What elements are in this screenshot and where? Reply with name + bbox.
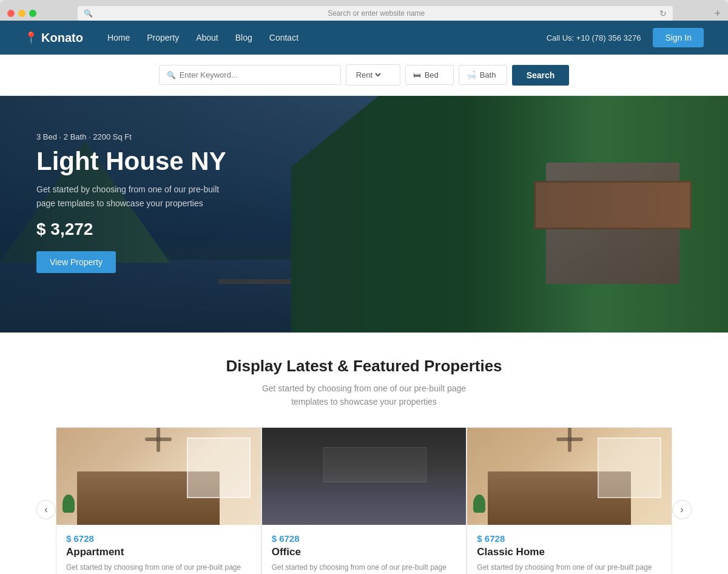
browser-window: 🔍 Search or enter website name ↻ + 📍 Kon… bbox=[0, 0, 728, 574]
bed-label: Bed bbox=[425, 70, 439, 79]
property-card-appartment: $ 6728 Appartment Get started by choosin… bbox=[56, 427, 261, 574]
brand-icon: 📍 bbox=[24, 31, 38, 44]
office-price: $ 6728 bbox=[272, 533, 457, 544]
cards-wrapper: $ 6728 Appartment Get started by choosin… bbox=[56, 427, 672, 574]
classic-price: $ 6728 bbox=[477, 533, 662, 544]
add-tab-button[interactable]: + bbox=[714, 7, 721, 20]
reload-icon[interactable]: ↻ bbox=[659, 8, 667, 18]
next-arrow[interactable]: › bbox=[672, 500, 692, 519]
appartment-desc: Get started by choosing from one of our … bbox=[66, 562, 251, 574]
search-icon: 🔍 bbox=[84, 9, 93, 18]
search-bar: 🔍 Rent Buy Sell 🛏 Bed 🛁 Bath Search bbox=[0, 55, 728, 96]
nav-contact[interactable]: Contact bbox=[269, 33, 298, 42]
nav-blog[interactable]: Blog bbox=[235, 33, 252, 42]
appartment-name: Appartment bbox=[66, 546, 251, 558]
bed-wrap[interactable]: 🛏 Bed bbox=[405, 65, 454, 85]
classic-desc: Get started by choosing from one of our … bbox=[477, 562, 662, 574]
close-button[interactable] bbox=[7, 10, 15, 17]
card-image-office bbox=[262, 428, 467, 525]
bath-label: Bath bbox=[480, 70, 496, 79]
brand-name: Konato bbox=[41, 31, 83, 45]
featured-description: Get started by choosing from one of our … bbox=[249, 382, 479, 409]
minimize-button[interactable] bbox=[18, 10, 25, 17]
maximize-button[interactable] bbox=[29, 10, 36, 17]
plant-icon-classic bbox=[473, 495, 485, 513]
bath-icon: 🛁 bbox=[467, 70, 476, 79]
hero-content: 3 Bed · 2 Bath · 2200 Sq Ft Light House … bbox=[36, 132, 231, 273]
view-property-button[interactable]: View Property bbox=[36, 251, 116, 273]
property-carousel: ‹ bbox=[12, 427, 716, 574]
office-name: Office bbox=[272, 546, 457, 558]
office-desc: Get started by choosing from one of our … bbox=[272, 562, 457, 574]
plant-icon bbox=[62, 495, 75, 513]
nav-right: Call Us: +10 (78) 356 3276 Sign In bbox=[547, 28, 704, 47]
rent-select[interactable]: Rent Buy Sell bbox=[354, 70, 383, 80]
appartment-price: $ 6728 bbox=[66, 533, 251, 544]
card-image-appartment bbox=[56, 428, 261, 525]
navbar: 📍 Konato Home Property About Blog Contac… bbox=[0, 21, 728, 55]
nav-about[interactable]: About bbox=[196, 33, 218, 42]
fan-icon-classic bbox=[554, 435, 585, 444]
nav-property[interactable]: Property bbox=[147, 33, 179, 42]
property-card-classic: $ 6728 Classic Home Get started by choos… bbox=[467, 427, 672, 574]
brand[interactable]: 📍 Konato bbox=[24, 31, 83, 45]
card-body-classic: $ 6728 Classic Home Get started by choos… bbox=[467, 525, 672, 574]
keyword-search-icon: 🔍 bbox=[167, 71, 176, 79]
hero-price: $ 3,272 bbox=[36, 220, 231, 239]
featured-title: Display Latest & Featured Properties bbox=[12, 357, 716, 376]
appartment-image bbox=[56, 428, 261, 525]
search-button[interactable]: Search bbox=[512, 65, 570, 86]
nav-home[interactable]: Home bbox=[107, 33, 130, 42]
sign-in-button[interactable]: Sign In bbox=[653, 28, 704, 47]
rent-select-wrap[interactable]: Rent Buy Sell bbox=[346, 64, 400, 86]
address-bar[interactable]: 🔍 Search or enter website name ↻ bbox=[78, 6, 673, 21]
hero-title: Light House NY bbox=[36, 147, 231, 175]
nav-links: Home Property About Blog Contact bbox=[107, 32, 547, 43]
website-content: 📍 Konato Home Property About Blog Contac… bbox=[0, 21, 728, 574]
browser-controls bbox=[7, 10, 36, 17]
card-body-office: $ 6728 Office Get started by choosing fr… bbox=[262, 525, 467, 574]
bed-icon: 🛏 bbox=[413, 70, 421, 79]
keyword-input-wrap[interactable]: 🔍 bbox=[159, 65, 341, 85]
address-text: Search or enter website name bbox=[96, 9, 656, 18]
bath-wrap[interactable]: 🛁 Bath bbox=[459, 65, 507, 85]
office-image bbox=[262, 428, 467, 525]
hero-description: Get started by choosing from one of our … bbox=[36, 183, 231, 210]
hero-section: 3 Bed · 2 Bath · 2200 Sq Ft Light House … bbox=[0, 96, 728, 333]
prev-arrow[interactable]: ‹ bbox=[36, 500, 56, 519]
card-image-classic bbox=[467, 428, 672, 525]
call-text: Call Us: +10 (78) 356 3276 bbox=[547, 33, 641, 42]
hero-meta: 3 Bed · 2 Bath · 2200 Sq Ft bbox=[36, 132, 231, 141]
classic-image bbox=[467, 428, 672, 525]
fan-icon bbox=[143, 435, 174, 444]
keyword-input[interactable] bbox=[180, 70, 333, 79]
property-card-office: $ 6728 Office Get started by choosing fr… bbox=[261, 427, 467, 574]
card-body-appartment: $ 6728 Appartment Get started by choosin… bbox=[56, 525, 261, 574]
featured-section: Display Latest & Featured Properties Get… bbox=[0, 333, 728, 574]
classic-name: Classic Home bbox=[477, 546, 662, 558]
